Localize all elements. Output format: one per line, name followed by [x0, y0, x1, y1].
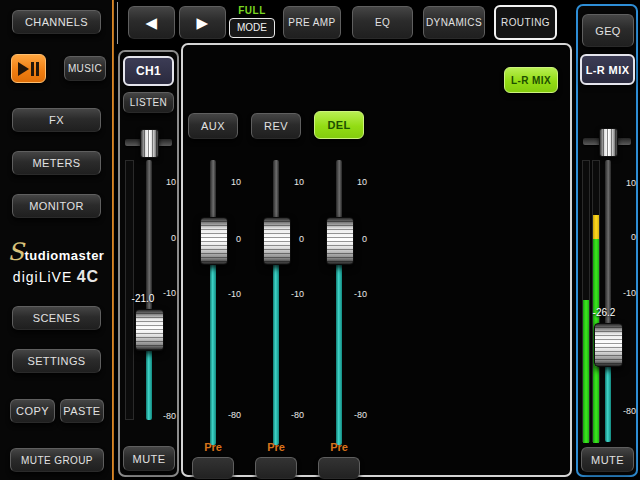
send-value-box[interactable] — [192, 457, 234, 479]
sidebar-item-fx[interactable]: FX — [12, 108, 101, 132]
scale-tick: 0 — [616, 232, 636, 243]
tab-eq[interactable]: EQ — [352, 6, 413, 39]
lr-mix-assign-button[interactable]: L-R MIX — [504, 67, 558, 93]
master-pan-knob[interactable] — [599, 128, 618, 157]
master-strip: GEQ L-R MIX -26.2 10 0 -10 -80 MUTE — [576, 4, 638, 477]
left-arrow-icon: ◀ — [146, 15, 158, 30]
send-tap-label: Pre — [309, 441, 369, 453]
sidebar-item-music[interactable]: MUSIC — [64, 56, 106, 81]
scale-tick: -80 — [347, 410, 367, 421]
scale-tick: -10 — [616, 288, 636, 299]
sidebar-item-monitor[interactable]: MONITOR — [12, 194, 101, 218]
send-tap-label: Pre — [183, 441, 243, 453]
mode-selector[interactable]: FULL MODE — [229, 3, 275, 43]
master-fader-value: -26.2 — [584, 307, 624, 318]
toolbar-edge-line — [117, 2, 118, 44]
channel-fader-knob[interactable] — [135, 309, 164, 351]
scale-tick: -80 — [221, 410, 241, 421]
scale-tick: -80 — [284, 410, 304, 421]
send-column-del: DEL 10 0 -10 -80 Pre — [309, 45, 369, 479]
scale-tick: 0 — [221, 234, 241, 245]
sidebar-item-channels[interactable]: CHANNELS — [12, 10, 101, 34]
sidebar-item-meters[interactable]: METERS — [12, 151, 101, 175]
copy-button[interactable]: COPY — [10, 399, 55, 423]
channel-mute-button[interactable]: MUTE — [123, 446, 175, 471]
send-value-box[interactable] — [255, 457, 297, 479]
scale-tick: 10 — [156, 177, 176, 188]
master-meter-left — [582, 160, 590, 442]
master-mute-button[interactable]: MUTE — [581, 447, 634, 472]
channel-name-button[interactable]: CH1 — [123, 56, 174, 86]
tab-routing[interactable]: ROUTING — [494, 5, 557, 40]
master-fader-knob[interactable] — [594, 323, 623, 367]
send-column-rev: REV 10 0 -10 -80 Pre — [246, 45, 306, 479]
send-fader-track-lower — [210, 240, 216, 445]
channel-pan-knob[interactable] — [140, 129, 159, 158]
send-value-box[interactable] — [318, 457, 360, 479]
scale-tick: -10 — [347, 289, 367, 300]
scale-tick: 0 — [284, 234, 304, 245]
play-pause-button[interactable] — [11, 54, 46, 83]
paste-button[interactable]: PASTE — [60, 399, 104, 423]
mixer-screen: CHANNELS MUSIC FX METERS MONITOR Studiom… — [0, 0, 640, 480]
brand-logo: Studiomaster digiLiVE 4C — [6, 238, 106, 286]
scale-tick: 10 — [221, 177, 241, 188]
scale-tick: -10 — [156, 288, 176, 299]
routing-panel: L-R MIX AUX 10 0 -10 -80 Pre REV 10 — [181, 43, 572, 477]
tab-dynamics[interactable]: DYNAMICS — [423, 6, 485, 39]
sidebar-item-settings[interactable]: SETTINGS — [12, 349, 101, 373]
product-logo: digiLiVE — [13, 269, 72, 285]
sidebar-divider — [112, 0, 114, 480]
send-bus-button-rev[interactable]: REV — [251, 113, 301, 139]
product-model: 4C — [77, 268, 99, 285]
scale-tick: 0 — [156, 233, 176, 244]
tab-pre-amp[interactable]: PRE AMP — [283, 6, 341, 39]
master-meter-right — [592, 160, 600, 442]
scale-tick: -10 — [284, 289, 304, 300]
send-bus-button-aux[interactable]: AUX — [188, 113, 238, 139]
channel-meter — [125, 160, 134, 420]
send-fader-track-lower — [336, 240, 342, 445]
send-fader-track-lower — [273, 240, 279, 445]
scale-tick: -80 — [156, 411, 176, 422]
right-arrow-icon: ▶ — [197, 15, 209, 30]
master-name-button[interactable]: L-R MIX — [580, 54, 635, 85]
scale-tick: 10 — [616, 178, 636, 189]
next-channel-button[interactable]: ▶ — [179, 6, 226, 39]
send-column-aux: AUX 10 0 -10 -80 Pre — [183, 45, 243, 479]
scale-tick: 0 — [347, 234, 367, 245]
scale-tick: 10 — [284, 177, 304, 188]
listen-button[interactable]: LISTEN — [123, 92, 174, 113]
channel-strip-ch1: CH1 LISTEN -21.0 10 0 -10 -80 MUTE — [118, 50, 179, 477]
scale-tick: -10 — [221, 289, 241, 300]
brand-name: Studiomaster — [6, 238, 106, 266]
scale-tick: 10 — [347, 177, 367, 188]
mode-state-label: FULL — [229, 3, 275, 17]
scale-tick: -80 — [616, 406, 636, 417]
geq-button[interactable]: GEQ — [582, 14, 634, 47]
mode-button[interactable]: MODE — [229, 18, 275, 38]
sidebar: CHANNELS MUSIC FX METERS MONITOR Studiom… — [0, 0, 112, 480]
sidebar-item-scenes[interactable]: SCENES — [12, 306, 101, 330]
send-tap-label: Pre — [246, 441, 306, 453]
play-pause-icon — [18, 62, 39, 76]
mute-group-button[interactable]: MUTE GROUP — [10, 448, 104, 472]
send-bus-button-del[interactable]: DEL — [314, 111, 364, 139]
prev-channel-button[interactable]: ◀ — [128, 6, 175, 39]
